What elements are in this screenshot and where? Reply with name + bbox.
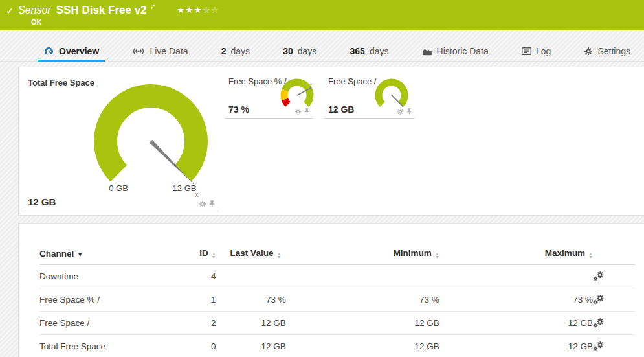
gauge-card-free-space-percent: Free Space % / 73 % (225, 73, 313, 119)
stars-empty[interactable]: ☆☆ (203, 5, 219, 15)
sort-icon: ▲▼ (435, 252, 439, 259)
tab-2-days[interactable]: 2 days (216, 43, 256, 62)
tab-live-data[interactable]: Live Data (126, 43, 194, 62)
gauge-icon (43, 47, 54, 56)
channel-settings-gears-icon[interactable] (593, 317, 623, 328)
channel-name[interactable]: Free Space % / (39, 288, 177, 312)
gauge-scale-min: 0 GB (109, 183, 128, 193)
channel-settings-gears-icon[interactable] (593, 294, 623, 305)
area-chart-icon (422, 47, 432, 56)
gauge-settings-gear-icon[interactable] (294, 108, 302, 115)
channel-maximum (439, 265, 593, 288)
tab-overview[interactable]: Overview (38, 43, 105, 62)
channel-last-value: 12 GB (216, 312, 286, 335)
channel-minimum: 12 GB (286, 335, 439, 357)
sort-desc-icon[interactable]: ▼ (77, 251, 83, 258)
gauge-settings-gear-icon[interactable] (199, 200, 206, 208)
table-row: Total Free Space 0 12 GB 12 GB 12 GB (39, 335, 635, 357)
channel-maximum: 12 GB (439, 335, 593, 357)
flag-icon[interactable]: ⚐ (150, 3, 157, 12)
table-header-row: Channel▼ ID▲▼ Last Value▲▼ Minimum▲▼ Max… (39, 243, 635, 265)
column-header-id[interactable]: ID▲▼ (177, 243, 216, 265)
pin-icon[interactable] (304, 108, 310, 115)
column-header-actions (593, 243, 635, 265)
channels-table: Channel▼ ID▲▼ Last Value▲▼ Minimum▲▼ Max… (39, 243, 635, 357)
tab-historic-data[interactable]: Historic Data (416, 43, 494, 62)
gauge-settings-gear-icon[interactable] (397, 108, 404, 115)
channel-minimum (286, 265, 439, 288)
object-kind-label: Sensor (18, 5, 51, 16)
pin-icon[interactable] (406, 108, 412, 115)
sort-icon: ▲▼ (212, 252, 216, 259)
column-header-last-value[interactable]: Last Value▲▼ (216, 243, 286, 265)
channel-settings-gears-icon[interactable] (593, 341, 623, 352)
gauge-value: 12 GB (28, 196, 56, 207)
channel-last-value: 12 GB (216, 335, 286, 357)
column-header-minimum[interactable]: Minimum▲▼ (286, 243, 439, 265)
gauge-value: 73 % (228, 104, 249, 115)
channel-id: 2 (177, 312, 216, 335)
priority-stars[interactable]: ★★★☆☆ (177, 5, 219, 15)
table-row: Downtime -4 (39, 265, 635, 288)
channel-name[interactable]: Free Space / (39, 312, 177, 335)
channels-panel: Channel▼ ID▲▼ Last Value▲▼ Minimum▲▼ Max… (18, 223, 644, 357)
table-row: Free Space / 2 12 GB 12 GB 12 GB (39, 312, 635, 335)
tab-365-days[interactable]: 365 days (344, 43, 395, 62)
channel-id: -4 (177, 265, 216, 288)
gauge-scale-max: 12 GB (173, 183, 197, 193)
tab-30-days[interactable]: 30 days (277, 43, 322, 62)
channel-maximum: 73 % (439, 288, 593, 312)
channel-id: 1 (177, 288, 216, 312)
log-list-icon (522, 47, 531, 55)
status-check-icon: ✓ (6, 5, 14, 17)
channel-maximum: 12 GB (439, 312, 593, 335)
channel-minimum: 73 % (286, 288, 439, 312)
table-row: Free Space % / 1 73 % 73 % 73 % (39, 288, 635, 312)
total-free-space-gauge: x̄ 0 GB 12 GB (60, 80, 241, 203)
tab-settings[interactable]: Settings (578, 43, 636, 62)
sort-icon: ▲▼ (276, 252, 281, 259)
column-header-maximum[interactable]: Maximum▲▼ (439, 243, 593, 265)
channel-last-value (216, 265, 286, 288)
channel-last-value: 73 % (216, 288, 286, 312)
gauge-title: Free Space / (328, 76, 376, 86)
column-header-channel[interactable]: Channel▼ (39, 243, 177, 265)
sort-icon: ▲▼ (588, 252, 593, 259)
channel-id: 0 (177, 335, 216, 357)
channel-settings-gears-icon[interactable] (593, 271, 623, 282)
sensor-title: SSH Disk Free v2 (56, 4, 147, 17)
stars-filled[interactable]: ★★★ (177, 5, 202, 15)
tab-log[interactable]: Log (516, 43, 557, 62)
gauge-card-total-free-space: Total Free Space x̄ 0 GB 12 GB 12 GB (24, 73, 218, 211)
channel-minimum: 12 GB (286, 312, 439, 335)
gear-icon (584, 47, 593, 56)
tab-bar: Overview Live Data 2 days 30 days 365 da… (38, 40, 636, 62)
gauges-panel: Total Free Space x̄ 0 GB 12 GB 12 GB Fre… (18, 67, 644, 216)
channel-name[interactable]: Downtime (39, 265, 177, 288)
status-badge: OK (31, 18, 42, 26)
channel-name[interactable]: Total Free Space (39, 335, 177, 357)
gauge-card-free-space: Free Space / 12 GB (324, 73, 415, 119)
gauge-value: 12 GB (328, 104, 354, 115)
sensor-status-header: ✓ Sensor SSH Disk Free v2 ⚐ ★★★☆☆ OK (0, 0, 644, 30)
broadcast-icon (132, 47, 145, 56)
pin-icon[interactable] (209, 200, 216, 208)
